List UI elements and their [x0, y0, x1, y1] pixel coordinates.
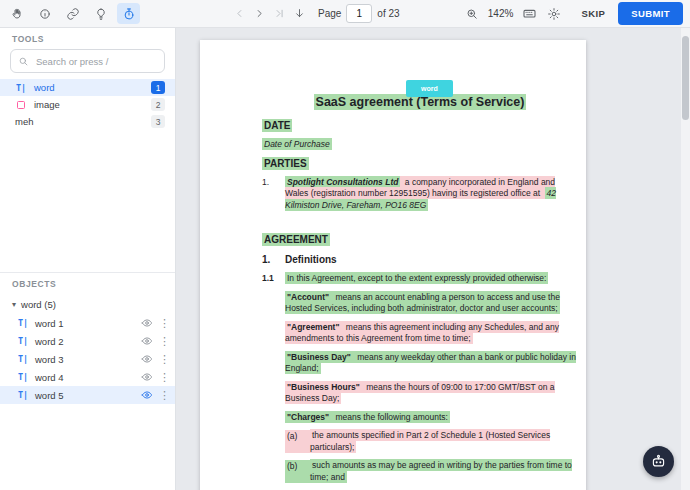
annotation-region[interactable]: such amounts as may be agreed in writing… — [310, 459, 572, 483]
annotation-region[interactable]: "Charges" — [285, 411, 331, 423]
document-content: SaaS agreement (Terms of Service)DATEDat… — [262, 94, 578, 490]
tool-label: image — [34, 99, 144, 110]
link-tool-icon — [66, 7, 80, 21]
tool-search-box[interactable] — [10, 49, 165, 73]
toolbar-right: 142% SKIP SUBMIT — [463, 0, 683, 27]
next-page-button[interactable] — [250, 5, 268, 23]
object-item[interactable]: T|word 4⋮ — [0, 368, 175, 386]
lettered-item: (b)such amounts as may be agreed in writ… — [285, 460, 578, 483]
objects-list: T|word 1⋮T|word 2⋮T|word 3⋮T|word 4⋮T|wo… — [0, 314, 175, 404]
object-item[interactable]: T|word 5⋮ — [0, 386, 175, 404]
object-item[interactable]: T|word 2⋮ — [0, 332, 175, 350]
objects-panel: OBJECTS ▾ word (5) T|word 1⋮T|word 2⋮T|w… — [0, 272, 175, 404]
object-item[interactable]: T|word 1⋮ — [0, 314, 175, 332]
tool-item-meh[interactable]: meh3 — [0, 113, 175, 130]
tool-shortcut-badge: 3 — [151, 115, 165, 128]
annotation-region[interactable]: In this Agreement, except to the extent … — [285, 272, 548, 284]
scrollbar-thumb[interactable] — [682, 36, 689, 120]
settings-gear-icon[interactable] — [545, 5, 563, 23]
tool-shortcut-badge: 2 — [151, 98, 165, 111]
zoom-level[interactable]: 142% — [488, 8, 514, 19]
search-icon — [18, 56, 29, 67]
annotation-region[interactable]: AGREEMENT — [262, 233, 330, 246]
tool-label: word — [34, 82, 144, 93]
page-number-input[interactable] — [346, 4, 372, 23]
visibility-eye-icon[interactable] — [141, 389, 153, 401]
annotation-region[interactable]: PARTIES — [262, 157, 309, 170]
object-menu-icon[interactable]: ⋮ — [159, 336, 166, 347]
annotation-tag[interactable]: word — [406, 80, 453, 97]
annotation-region[interactable]: "Business Hours" — [285, 381, 362, 393]
item-letter: (b) — [285, 460, 310, 483]
annotation-region[interactable]: Spotlight Consultations Ltd — [285, 176, 400, 188]
item-body: such amounts as may be agreed in writing… — [310, 460, 578, 483]
hand-tool-button[interactable] — [5, 3, 28, 24]
clause-number: 1.1 — [262, 273, 285, 285]
doc-paragraph: Date of Purchase — [262, 139, 578, 151]
object-group-label: word (5) — [21, 299, 56, 310]
vertical-scrollbar[interactable] — [681, 28, 690, 490]
object-menu-icon[interactable]: ⋮ — [159, 318, 166, 329]
info-tool-button[interactable] — [33, 3, 56, 24]
doc-heading: AGREEMENT — [262, 234, 578, 246]
visibility-eye-icon[interactable] — [141, 317, 153, 329]
link-tool-button[interactable] — [61, 3, 84, 24]
annotation-region[interactable]: "Agreement" — [285, 321, 341, 333]
item-body: the amounts specified in Part 2 of Sched… — [310, 430, 578, 453]
search-input[interactable] — [34, 55, 157, 68]
timer-tool-button[interactable] — [117, 3, 140, 24]
definition-block: "Agreement" means this agreement includi… — [285, 322, 578, 345]
page-navigation: Page of 23 — [230, 0, 400, 27]
visibility-eye-icon[interactable] — [141, 371, 153, 383]
object-group-word[interactable]: ▾ word (5) — [0, 296, 175, 312]
doc-heading: DATE — [262, 120, 578, 132]
keyboard-shortcuts-icon[interactable] — [520, 5, 538, 23]
document-canvas: word SaaS agreement (Terms of Service)DA… — [176, 28, 690, 490]
tool-shortcut-badge: 1 — [151, 81, 165, 94]
submit-button[interactable]: SUBMIT — [618, 2, 683, 25]
annotation-region[interactable]: "Business Day" — [285, 351, 353, 363]
lightbulb-tool-button[interactable] — [89, 3, 112, 24]
doc-numbered-block: 1.Definitions — [262, 253, 578, 266]
tools-section-title: TOOLS — [0, 28, 175, 49]
robot-icon — [650, 453, 667, 470]
definition-block: "Account" means an account enabling a pe… — [285, 292, 578, 315]
objects-section-title: OBJECTS — [0, 273, 175, 294]
object-menu-icon[interactable]: ⋮ — [159, 354, 166, 365]
annotation-region[interactable]: DATE — [262, 119, 292, 132]
skip-button[interactable]: SKIP — [575, 4, 611, 23]
object-label: word 3 — [35, 354, 135, 365]
object-item[interactable]: T|word 3⋮ — [0, 350, 175, 368]
annotation-region[interactable]: the amounts specified in Part 2 of Sched… — [310, 429, 550, 453]
annotation-region[interactable]: Date of Purchase — [262, 138, 332, 150]
annotation-tools-group — [5, 3, 140, 24]
definition-block: "Charges" means the following amounts: — [285, 412, 578, 424]
annotation-region[interactable]: means the following amounts: — [331, 411, 450, 423]
visibility-eye-icon[interactable] — [141, 335, 153, 347]
zoom-icon[interactable] — [463, 5, 481, 23]
tool-item-word[interactable]: T|word1 — [0, 79, 175, 96]
text-segment: Definitions — [285, 254, 337, 265]
object-menu-icon[interactable]: ⋮ — [159, 372, 166, 383]
item-letter: (a) — [285, 430, 310, 453]
assistant-bot-button[interactable] — [643, 446, 674, 477]
object-menu-icon[interactable]: ⋮ — [159, 390, 166, 401]
image-tool-icon — [15, 101, 27, 109]
page-count: of 23 — [377, 8, 399, 19]
last-icon — [273, 7, 286, 20]
doc-numbered-block: 1.1In this Agreement, except to the exte… — [262, 273, 578, 285]
scroll-down-button[interactable] — [290, 5, 308, 23]
nav-buttons-group — [230, 5, 308, 23]
word-tool-icon: T| — [17, 372, 29, 382]
top-toolbar: Page of 23 142% SKIP SUBMIT — [0, 0, 690, 28]
visibility-eye-icon[interactable] — [141, 353, 153, 365]
tool-item-image[interactable]: image2 — [0, 96, 175, 113]
clause-body: Definitions — [285, 253, 578, 266]
last-page-button[interactable] — [270, 5, 288, 23]
timer-tool-icon — [122, 7, 136, 21]
chevron-down-icon[interactable]: ▾ — [12, 300, 16, 309]
object-label: word 4 — [35, 372, 135, 383]
annotation-region[interactable]: "Account" — [285, 291, 331, 303]
previous-page-button[interactable] — [230, 5, 248, 23]
word-tool-icon: T| — [17, 336, 29, 346]
